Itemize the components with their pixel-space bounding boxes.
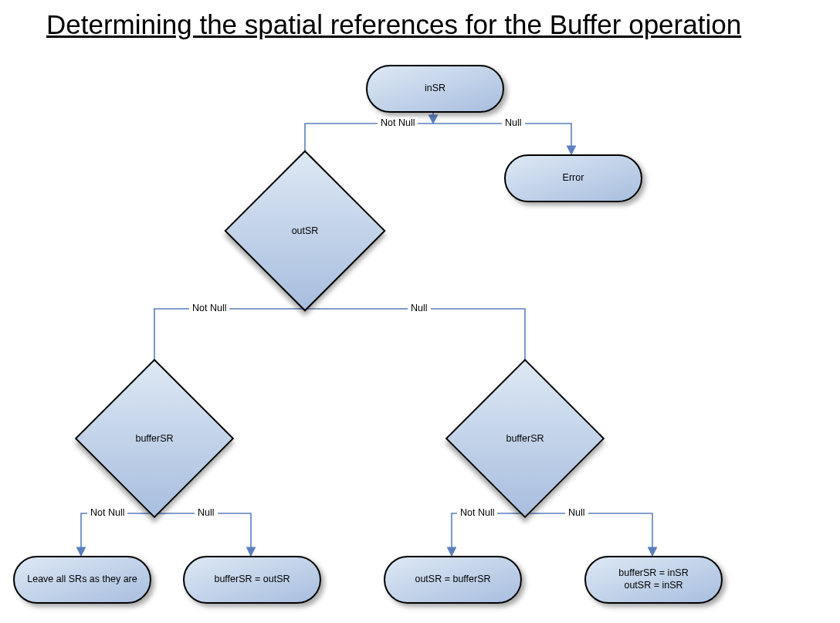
edge-bufright-null: Null [565, 507, 588, 518]
edge-outsr-null: Null [408, 303, 431, 313]
page-title: Determining the spatial references for t… [46, 9, 741, 40]
node-buffersr-left-label: bufferSR [135, 433, 173, 444]
edge-bufright-notnull: Not Null [457, 507, 497, 518]
edge-insr-notnull: Not Null [378, 117, 418, 128]
edge-bufleft-notnull: Not Null [87, 507, 127, 518]
node-out-eq-buf: outSR = bufferSR [384, 556, 522, 604]
node-insr: inSR [366, 65, 504, 113]
node-outsr-label: outSR [292, 225, 319, 236]
node-insr-label: inSR [425, 83, 445, 95]
node-outsr: outSR [248, 174, 362, 288]
node-buffersr-right: bufferSR [469, 382, 581, 495]
edge-outsr-notnull: Not Null [189, 303, 229, 313]
diagram-stage: Determining the spatial references for t… [0, 0, 840, 623]
node-out-eq-buf-label: outSR = bufferSR [415, 574, 490, 586]
node-error: Error [504, 154, 642, 202]
node-buf-in-out-in-l2: outSR = inSR [624, 580, 682, 591]
node-error-label: Error [563, 172, 584, 185]
node-buffersr-left: bufferSR [98, 382, 211, 495]
node-buf-in-out-in-label: bufferSR = inSR outSR = inSR [618, 567, 688, 591]
node-buf-in-out-in: bufferSR = inSR outSR = inSR [584, 556, 723, 604]
node-buf-eq-out-label: bufferSR = outSR [214, 574, 290, 586]
edge-bufleft-null: Null [195, 507, 218, 518]
node-buffersr-right-label: bufferSR [506, 433, 544, 444]
edge-insr-null: Null [502, 117, 525, 128]
node-leave-all-label: Leave all SRs as they are [27, 574, 137, 586]
node-buf-eq-out: bufferSR = outSR [183, 556, 321, 604]
node-leave-all: Leave all SRs as they are [13, 556, 151, 604]
node-buf-in-out-in-l1: bufferSR = inSR [618, 567, 688, 578]
